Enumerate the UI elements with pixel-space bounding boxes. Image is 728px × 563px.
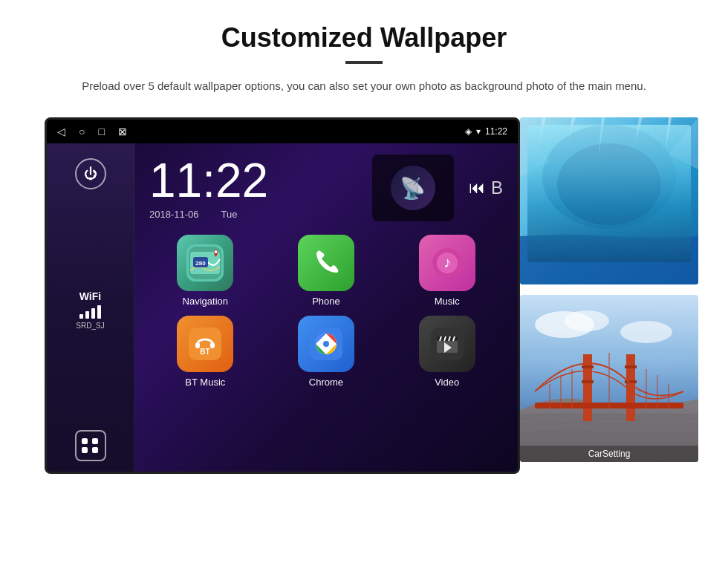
nav-inner: 280 bbox=[179, 237, 231, 289]
navigation-app-label: Navigation bbox=[183, 296, 228, 307]
clock-area: 11:22 2018-11-06 Tue 📡 bbox=[134, 143, 518, 229]
phone-app-label: Phone bbox=[312, 296, 340, 307]
svg-text:♪: ♪ bbox=[443, 254, 451, 270]
apps-dot-2 bbox=[92, 438, 98, 444]
date-value: 2018-11-06 bbox=[149, 209, 199, 220]
svg-rect-11 bbox=[195, 342, 200, 348]
wifi-ssid: SRD_SJ bbox=[76, 322, 104, 330]
status-bar-left: ◁ ○ □ ⊠ bbox=[57, 126, 127, 137]
power-button[interactable]: ⏻ bbox=[75, 158, 106, 189]
back-nav-icon[interactable]: ◁ bbox=[57, 126, 65, 137]
apps-dot-3 bbox=[82, 447, 88, 453]
wallpaper-thumbnails: CarSetting bbox=[520, 117, 698, 462]
wifi-bar-4 bbox=[97, 305, 101, 319]
wallpaper-thumb-ice-cave[interactable] bbox=[520, 117, 698, 284]
home-nav-icon[interactable]: ○ bbox=[79, 126, 85, 137]
left-sidebar: ⏻ WiFi SRD_SJ bbox=[47, 143, 134, 474]
apps-dot-4 bbox=[92, 447, 98, 453]
app-item-navigation[interactable]: 280 Navigation bbox=[149, 235, 261, 307]
page-title: Customized Wallpaper bbox=[45, 22, 683, 53]
media-widget[interactable]: 📡 bbox=[372, 154, 454, 221]
svg-rect-35 bbox=[626, 354, 635, 421]
svg-rect-36 bbox=[582, 365, 594, 368]
app-item-music[interactable]: ♪ Music bbox=[391, 235, 503, 307]
device-container: ◁ ○ □ ⊠ ◈ ▾ 11:22 ⏻ WiFi bbox=[45, 117, 698, 474]
prev-track-icon[interactable]: ⏮ bbox=[469, 178, 485, 198]
svg-point-17 bbox=[323, 341, 329, 347]
app-grid: 280 Navigation bbox=[134, 229, 518, 395]
svg-rect-25 bbox=[520, 117, 698, 284]
svg-point-6 bbox=[215, 250, 218, 253]
clock-time: 11:22 bbox=[149, 157, 357, 204]
app-item-bt-music[interactable]: BT BT Music bbox=[149, 316, 261, 388]
status-bar: ◁ ○ □ ⊠ ◈ ▾ 11:22 bbox=[47, 120, 518, 143]
clock-info: 11:22 2018-11-06 Tue bbox=[149, 157, 357, 220]
wifi-signal-bars bbox=[76, 305, 104, 319]
svg-text:BT: BT bbox=[201, 348, 210, 356]
app-item-video[interactable]: Video bbox=[391, 316, 503, 388]
location-icon: ◈ bbox=[465, 126, 472, 137]
wifi-bar-2 bbox=[85, 311, 89, 319]
bt-music-app-label: BT Music bbox=[185, 377, 225, 388]
svg-text:280: 280 bbox=[196, 260, 207, 267]
svg-point-27 bbox=[557, 143, 661, 225]
wifi-bar-1 bbox=[79, 314, 83, 319]
music-app-label: Music bbox=[435, 296, 460, 307]
android-frame: ◁ ○ □ ⊠ ◈ ▾ 11:22 ⏻ WiFi bbox=[45, 117, 520, 474]
app-item-phone[interactable]: Phone bbox=[270, 235, 383, 307]
video-app-icon bbox=[419, 316, 475, 372]
bt-music-app-icon: BT bbox=[177, 316, 233, 372]
recents-nav-icon[interactable]: □ bbox=[98, 126, 104, 137]
main-area: 11:22 2018-11-06 Tue 📡 bbox=[134, 143, 518, 474]
placeholder-label: B bbox=[491, 178, 503, 198]
wifi-label: WiFi bbox=[76, 290, 104, 302]
media-controls: ⏮ B bbox=[469, 178, 503, 198]
chrome-app-label: Chrome bbox=[309, 377, 343, 388]
apps-menu-button[interactable] bbox=[75, 430, 106, 461]
svg-rect-38 bbox=[625, 365, 637, 368]
page-subtitle: Preload over 5 default wallpaper options… bbox=[74, 77, 654, 95]
svg-rect-12 bbox=[210, 342, 215, 348]
wallpaper-thumb-bridge[interactable]: CarSetting bbox=[520, 295, 698, 462]
app-item-chrome[interactable]: Chrome bbox=[270, 316, 383, 388]
carsetting-label: CarSetting bbox=[520, 446, 698, 462]
svg-point-26 bbox=[542, 125, 676, 229]
chrome-app-icon bbox=[298, 316, 354, 372]
svg-point-32 bbox=[620, 321, 672, 343]
phone-app-icon bbox=[298, 235, 354, 291]
navigation-app-icon: 280 bbox=[177, 235, 233, 291]
svg-rect-37 bbox=[582, 380, 594, 383]
video-app-label: Video bbox=[435, 377, 459, 388]
page-wrapper: Customized Wallpaper Preload over 5 defa… bbox=[0, 0, 728, 489]
wifi-bar-3 bbox=[91, 308, 95, 319]
wifi-widget: WiFi SRD_SJ bbox=[76, 290, 104, 330]
title-divider bbox=[345, 61, 383, 64]
apps-dot-1 bbox=[82, 438, 88, 444]
svg-point-31 bbox=[565, 310, 609, 331]
status-bar-right: ◈ ▾ 11:22 bbox=[465, 126, 507, 137]
android-content: ⏻ WiFi SRD_SJ bbox=[47, 143, 518, 474]
thumb-gap bbox=[520, 287, 698, 292]
day-value: Tue bbox=[221, 209, 238, 220]
broadcast-icon: 📡 bbox=[400, 176, 426, 201]
clock-date: 2018-11-06 Tue bbox=[149, 209, 357, 220]
media-icon: 📡 bbox=[391, 166, 435, 210]
screenshot-icon[interactable]: ⊠ bbox=[118, 126, 127, 137]
music-app-icon: ♪ bbox=[419, 235, 475, 291]
wifi-icon: ▾ bbox=[476, 126, 481, 137]
apps-grid-icon bbox=[82, 438, 100, 453]
status-time: 11:22 bbox=[485, 126, 507, 137]
